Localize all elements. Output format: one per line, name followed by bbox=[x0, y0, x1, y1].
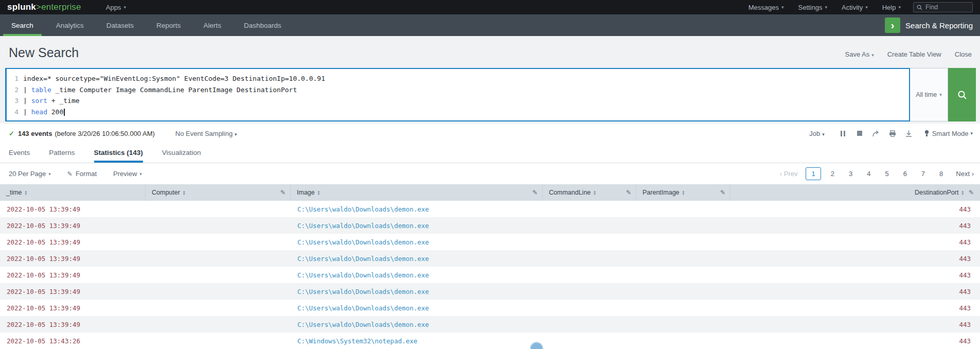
create-table-view-button[interactable]: Create Table View bbox=[887, 50, 941, 58]
help-menu[interactable]: Help▾ bbox=[875, 0, 908, 14]
tab-visualization[interactable]: Visualization bbox=[162, 143, 201, 163]
column-header-image[interactable]: Image ▴▾ ✎ bbox=[291, 184, 543, 201]
chevron-down-icon: ▾ bbox=[139, 171, 142, 177]
tab-patterns[interactable]: Patterns bbox=[49, 143, 75, 163]
cell-time[interactable]: 2022-10-05 13:39:49 bbox=[0, 288, 146, 295]
cell-time[interactable]: 2022-10-05 13:39:49 bbox=[0, 271, 146, 279]
per-page-dropdown[interactable]: 20 Per Page▾ bbox=[9, 170, 51, 178]
page-button-7[interactable]: 7 bbox=[917, 168, 930, 180]
print-button[interactable] bbox=[884, 130, 901, 137]
edit-column-icon[interactable]: ✎ bbox=[532, 189, 538, 196]
cell-destinationport[interactable]: 443 bbox=[730, 337, 980, 345]
sort-icon: ▴▾ bbox=[594, 190, 596, 195]
cell-time[interactable]: 2022-10-05 13:43:26 bbox=[0, 337, 146, 345]
page-button-1[interactable]: 1 bbox=[806, 167, 821, 180]
export-button[interactable] bbox=[901, 130, 917, 137]
job-menu[interactable]: Job▾ bbox=[809, 130, 825, 137]
page-button-6[interactable]: 6 bbox=[899, 168, 912, 180]
query-keyword: sort bbox=[31, 97, 47, 104]
time-range-picker[interactable]: All time▾ bbox=[910, 68, 948, 121]
share-job-button[interactable] bbox=[868, 130, 884, 137]
prev-page-button[interactable]: ‹ Prev bbox=[780, 170, 798, 178]
job-label: Job bbox=[809, 130, 820, 137]
column-header-destinationport[interactable]: DestinationPort ▴▾ ✎ bbox=[730, 184, 980, 201]
text-cursor bbox=[64, 109, 65, 116]
cell-image[interactable]: C:\Users\waldo\Downloads\demon.exe bbox=[291, 304, 543, 312]
edit-column-icon[interactable]: ✎ bbox=[280, 189, 286, 196]
nav-item-datasets[interactable]: Datasets bbox=[95, 14, 145, 36]
nav-item-dashboards[interactable]: Dashboards bbox=[233, 14, 293, 36]
page-button-3[interactable]: 3 bbox=[844, 168, 857, 180]
page-button-8[interactable]: 8 bbox=[935, 168, 948, 180]
cell-image[interactable]: C:\Users\waldo\Downloads\demon.exe bbox=[291, 271, 543, 279]
messages-menu[interactable]: Messages▾ bbox=[741, 0, 791, 14]
cell-image[interactable]: C:\Users\waldo\Downloads\demon.exe bbox=[291, 288, 543, 295]
nav-label: Reports bbox=[156, 22, 181, 29]
pencil-icon: ✎ bbox=[67, 170, 73, 178]
cell-destinationport[interactable]: 443 bbox=[730, 238, 980, 246]
format-label: Format bbox=[76, 170, 97, 178]
nav-item-analytics[interactable]: Analytics bbox=[45, 14, 95, 36]
edit-column-icon[interactable]: ✎ bbox=[720, 189, 725, 196]
event-count-detail: (before 3/20/26 10:06:50.000 AM) bbox=[55, 130, 154, 137]
page-button-5[interactable]: 5 bbox=[880, 168, 893, 180]
search-query-input[interactable]: 1 2 3 4 index=* sourcetype="WinEventLog:… bbox=[5, 68, 910, 121]
activity-menu[interactable]: Activity▾ bbox=[834, 0, 875, 14]
cell-destinationport[interactable]: 443 bbox=[730, 255, 980, 263]
column-header-time[interactable]: _time ▴▾ bbox=[0, 184, 146, 201]
nav-item-search[interactable]: Search bbox=[0, 14, 45, 36]
cell-time[interactable]: 2022-10-05 13:39:49 bbox=[0, 255, 146, 263]
cell-destinationport[interactable]: 443 bbox=[730, 205, 980, 213]
edit-column-icon[interactable]: ✎ bbox=[969, 189, 974, 196]
cell-time[interactable]: 2022-10-05 13:39:49 bbox=[0, 205, 146, 213]
find-search-input[interactable]: Find bbox=[913, 2, 973, 12]
save-as-button[interactable]: Save As▾ bbox=[845, 50, 874, 58]
column-header-commandline[interactable]: CommandLine ▴▾ ✎ bbox=[543, 184, 636, 201]
cell-image[interactable]: C:\Users\waldo\Downloads\demon.exe bbox=[291, 321, 543, 328]
preview-dropdown[interactable]: Preview▾ bbox=[113, 170, 142, 178]
line-number-gutter: 1 2 3 4 bbox=[7, 73, 23, 120]
pause-job-button[interactable] bbox=[835, 131, 851, 136]
cell-image[interactable]: C:\Windows\System32\notepad.exe bbox=[291, 337, 543, 345]
cell-destinationport[interactable]: 443 bbox=[730, 222, 980, 230]
job-controls: Job▾ Smart Mode▾ bbox=[809, 130, 973, 137]
cell-time[interactable]: 2022-10-05 13:39:49 bbox=[0, 304, 146, 312]
nav-item-reports[interactable]: Reports bbox=[145, 14, 192, 36]
tab-statistics[interactable]: Statistics (143) bbox=[94, 143, 143, 163]
splunk-window: splunk>enterprise Apps▾ Messages▾ Settin… bbox=[0, 0, 980, 349]
cell-destinationport[interactable]: 443 bbox=[730, 321, 980, 328]
cell-image[interactable]: C:\Users\waldo\Downloads\demon.exe bbox=[291, 238, 543, 246]
apps-menu-label: Apps bbox=[106, 4, 121, 11]
column-header-computer[interactable]: Computer ▴▾ ✎ bbox=[146, 184, 291, 201]
cell-destinationport[interactable]: 443 bbox=[730, 271, 980, 279]
cell-image[interactable]: C:\Users\waldo\Downloads\demon.exe bbox=[291, 205, 543, 213]
edit-column-icon[interactable]: ✎ bbox=[626, 189, 631, 196]
page-button-2[interactable]: 2 bbox=[826, 168, 839, 180]
nav-item-alerts[interactable]: Alerts bbox=[192, 14, 233, 36]
column-header-parentimage[interactable]: ParentImage ▴▾ ✎ bbox=[636, 184, 730, 201]
format-button[interactable]: ✎Format bbox=[67, 170, 97, 178]
app-nav-bar: Search Analytics Datasets Reports Alerts… bbox=[0, 14, 980, 36]
cell-destinationport[interactable]: 443 bbox=[730, 288, 980, 295]
tab-events[interactable]: Events bbox=[9, 143, 30, 163]
apps-menu[interactable]: Apps▾ bbox=[99, 0, 133, 14]
settings-menu[interactable]: Settings▾ bbox=[791, 0, 835, 14]
cell-time[interactable]: 2022-10-05 13:39:49 bbox=[0, 321, 146, 328]
next-page-button[interactable]: Next › bbox=[956, 170, 974, 178]
cell-image[interactable]: C:\Users\waldo\Downloads\demon.exe bbox=[291, 255, 543, 263]
stop-job-button[interactable] bbox=[851, 131, 868, 136]
cell-destinationport[interactable]: 443 bbox=[730, 304, 980, 312]
cell-time[interactable]: 2022-10-05 13:39:49 bbox=[0, 222, 146, 230]
event-sampling-dropdown[interactable]: No Event Sampling▾ bbox=[175, 130, 237, 137]
page-button-4[interactable]: 4 bbox=[862, 168, 875, 180]
messages-label: Messages bbox=[749, 4, 779, 11]
search-mode-dropdown[interactable]: Smart Mode▾ bbox=[924, 130, 973, 137]
close-button[interactable]: Close bbox=[955, 50, 972, 58]
cell-image[interactable]: C:\Users\waldo\Downloads\demon.exe bbox=[291, 222, 543, 230]
search-reporting-app-icon[interactable]: › bbox=[885, 18, 900, 33]
splunk-logo[interactable]: splunk>enterprise bbox=[7, 2, 81, 12]
run-search-button[interactable] bbox=[948, 68, 976, 121]
nav-label: Search bbox=[11, 22, 33, 29]
cell-time[interactable]: 2022-10-05 13:39:49 bbox=[0, 238, 146, 246]
sort-icon: ▴▾ bbox=[183, 190, 185, 195]
